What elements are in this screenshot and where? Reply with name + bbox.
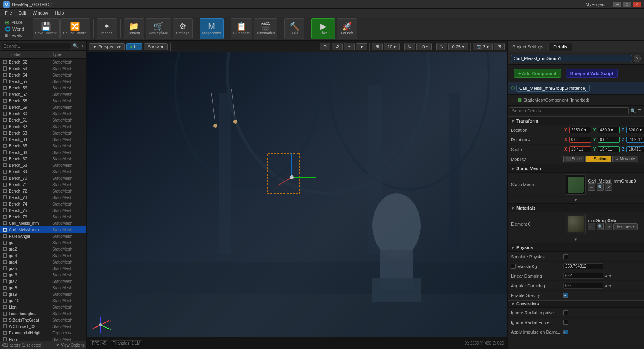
outliner-search-input[interactable]: [2, 43, 71, 49]
mesh-open-icon[interactable]: ↗: [605, 183, 612, 191]
textures-button[interactable]: Textures ▾: [613, 223, 638, 230]
material-search-icon[interactable]: 🔍: [597, 223, 604, 230]
blueprints-button[interactable]: 📋 Blueprints: [231, 18, 252, 39]
component-name-input[interactable]: [511, 55, 632, 62]
grid-size-btn[interactable]: 10▾: [384, 43, 400, 50]
show-btn[interactable]: Show ▼: [144, 43, 168, 50]
outliner-item[interactable]: gra5 StaticMesh: [0, 265, 86, 272]
view-options-btn[interactable]: ▼ View Options: [56, 343, 85, 347]
mass-kg-checkbox[interactable]: [511, 264, 516, 269]
location-x-input[interactable]: [569, 127, 591, 133]
add-icon[interactable]: ＋: [80, 43, 85, 49]
constraints-section-header[interactable]: ▼ Constraints: [508, 300, 644, 308]
outliner-item[interactable]: luxembourgheat StaticMesh: [0, 310, 86, 317]
outliner-item[interactable]: Bench_60 StaticMesh: [0, 110, 86, 117]
mass-kg-input[interactable]: [563, 263, 603, 269]
viewport[interactable]: ▼ Perspective ● Lit Show ▼ ⊙ ↺ ✦ ▼ ⊞ 10▾: [87, 41, 507, 349]
rotation-z-input[interactable]: [626, 137, 644, 143]
rot-size-btn[interactable]: 10▾: [416, 43, 432, 50]
stationary-mobility-btn[interactable]: 🔆 Stationa: [585, 156, 611, 162]
outliner-item[interactable]: ExponentialHeight Exponentia: [0, 330, 86, 336]
static-mesh-expand-row[interactable]: ▼: [508, 197, 644, 204]
maximize-vp-btn[interactable]: ⊡: [494, 43, 505, 50]
grid-snap-btn[interactable]: ⊞: [372, 43, 383, 50]
outliner-item[interactable]: Lion StaticMesh: [0, 304, 86, 310]
outliner-item[interactable]: Bench_75 StaticMesh: [0, 207, 86, 214]
outliner-item[interactable]: Bench_76 StaticMesh: [0, 214, 86, 220]
component-help-btn[interactable]: ?: [634, 55, 641, 62]
location-z-input[interactable]: [626, 127, 644, 133]
material-preview[interactable]: [566, 214, 586, 234]
vp-tool-1[interactable]: ⊙: [320, 43, 330, 50]
play-button[interactable]: ▶ Play: [311, 18, 335, 39]
rotation-y-input[interactable]: [598, 137, 620, 143]
layout-toggle-icon[interactable]: ☰: [638, 108, 642, 114]
mesh-back-icon[interactable]: ←: [588, 183, 595, 191]
outliner-item[interactable]: gra7 StaticMesh: [0, 278, 86, 285]
settings-button[interactable]: ⚙ Settings: [173, 18, 193, 39]
ignore-radial-impulse-checkbox[interactable]: [563, 310, 568, 315]
marketplace-button[interactable]: 🛒 Marketplace: [146, 18, 171, 39]
launch-button[interactable]: 🚀 Launch: [337, 18, 357, 39]
menu-window[interactable]: Window: [29, 10, 52, 16]
outliner-item[interactable]: Bench_68 StaticMesh: [0, 162, 86, 168]
rot-snap-btn[interactable]: ↻: [404, 43, 415, 50]
source-control-button[interactable]: 🔀 Source Control: [60, 18, 90, 39]
outliner-item[interactable]: Bench_55 StaticMesh: [0, 78, 86, 85]
scale-snap-btn[interactable]: ⤡: [436, 43, 447, 50]
outliner-item[interactable]: Bench_58 StaticMesh: [0, 98, 86, 104]
apply-impulse-checkbox[interactable]: [563, 330, 568, 334]
materials-expand-row[interactable]: ▼: [508, 236, 644, 243]
linear-damping-input[interactable]: [563, 273, 603, 279]
outliner-item[interactable]: Bench_73 StaticMesh: [0, 194, 86, 201]
camera-speed-btn[interactable]: 📷3▾: [473, 43, 493, 50]
place-btn[interactable]: ⊞ Place: [5, 19, 24, 25]
build-button[interactable]: 🔨 Build: [284, 18, 304, 39]
outliner-item[interactable]: gra9 StaticMesh: [0, 291, 86, 297]
outliner-item[interactable]: WCHorse1_02 StaticMesh: [0, 323, 86, 330]
content-button[interactable]: 📁 Content: [124, 18, 144, 39]
enable-gravity-checkbox[interactable]: [563, 293, 568, 298]
outliner-item[interactable]: Bench_63 StaticMesh: [0, 130, 86, 136]
vp-tool-3[interactable]: ✦: [344, 43, 355, 50]
simulate-physics-checkbox[interactable]: [563, 254, 568, 259]
outliner-item[interactable]: Bench_53 StaticMesh: [0, 65, 86, 72]
cinematics-button[interactable]: 🎬 Cinematics: [254, 18, 278, 39]
ignore-radial-force-checkbox[interactable]: [563, 320, 568, 325]
outliner-item[interactable]: Bench_61 StaticMesh: [0, 117, 86, 123]
mesh-search-icon[interactable]: 🔍: [597, 183, 604, 191]
outliner-item[interactable]: gra8 StaticMesh: [0, 285, 86, 291]
scale-size-btn[interactable]: 0.25▾: [448, 43, 468, 50]
world-btn[interactable]: 🌐 World: [5, 26, 24, 32]
outliner-item[interactable]: Bench_56 StaticMesh: [0, 85, 86, 91]
location-y-input[interactable]: [598, 127, 620, 133]
outliner-item[interactable]: Bench_64 StaticMesh: [0, 136, 86, 143]
outliner-item[interactable]: gra10 StaticMesh: [0, 297, 86, 304]
close-button[interactable]: ✕: [633, 2, 641, 7]
angular-damping-arrow[interactable]: ▲▼: [604, 283, 612, 288]
outliner-item[interactable]: gra2 StaticMesh: [0, 246, 86, 252]
outliner-item[interactable]: Bench_65 StaticMesh: [0, 143, 86, 149]
outliner-item[interactable]: gra6 StaticMesh: [0, 272, 86, 278]
materials-section-header[interactable]: ▼ Materials: [508, 204, 644, 212]
mesh-preview[interactable]: [566, 174, 586, 195]
outliner-item[interactable]: Bench_59 StaticMesh: [0, 104, 86, 110]
tab-project-settings[interactable]: Project Settings: [508, 43, 549, 51]
static-mobility-btn[interactable]: ⬛ Static: [563, 156, 584, 162]
outliner-item[interactable]: gra3 StaticMesh: [0, 252, 86, 259]
angular-damping-input[interactable]: [563, 283, 603, 289]
outliner-item[interactable]: Bench_71 StaticMesh: [0, 181, 86, 188]
outliner-item[interactable]: Bench_69 StaticMesh: [0, 168, 86, 175]
scale-z-input[interactable]: [626, 146, 644, 152]
minimize-button[interactable]: ─: [613, 2, 621, 7]
add-component-button[interactable]: + Add Component: [514, 69, 561, 78]
perspective-btn[interactable]: ▼ Perspective: [89, 43, 125, 50]
outliner-item[interactable]: gra4 StaticMesh: [0, 259, 86, 265]
outliner-item[interactable]: Carl_Meissl_mm StaticMesh: [0, 220, 86, 226]
vp-tool-4[interactable]: ▼: [356, 43, 367, 50]
save-button[interactable]: 💾 Save Current: [33, 18, 60, 39]
physics-section-header[interactable]: ▼ Physics: [508, 243, 644, 252]
linear-damping-arrow[interactable]: ▲▼: [604, 274, 612, 278]
outliner-item[interactable]: FallenAngel StaticMesh: [0, 233, 86, 239]
outliner-item[interactable]: Bench_74 StaticMesh: [0, 201, 86, 207]
